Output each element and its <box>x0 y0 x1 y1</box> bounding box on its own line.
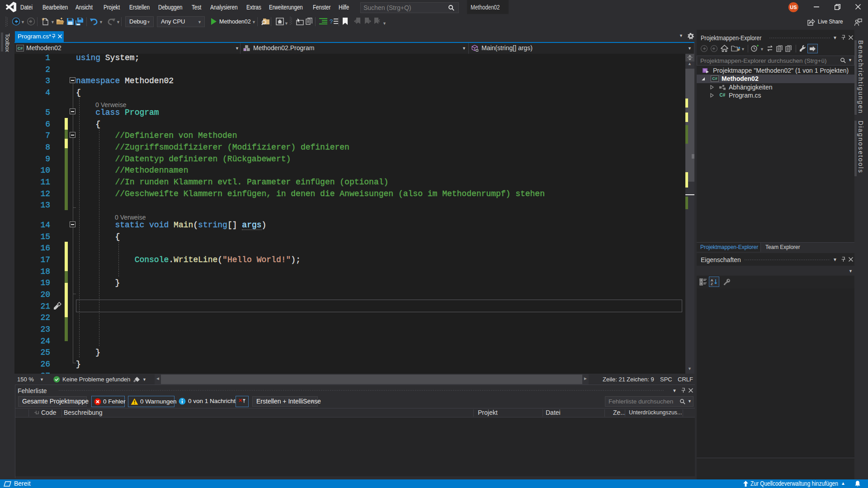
svg-text:?: ? <box>330 18 333 25</box>
svg-text:Z: Z <box>711 282 713 286</box>
